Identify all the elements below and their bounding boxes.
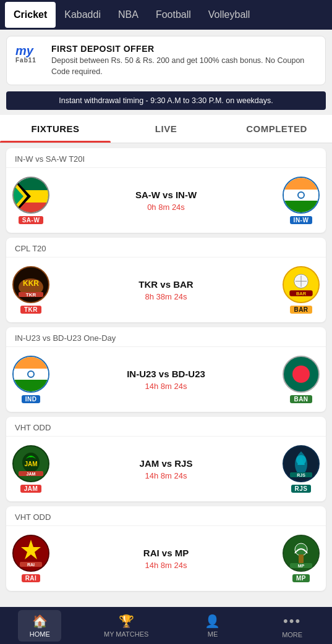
team1-label-4: RAI <box>22 574 41 582</box>
tab-live[interactable]: LIVE <box>111 115 221 143</box>
team1-label-1: TKR <box>20 306 41 314</box>
info-bar: Instant withdrawal timing - 9:30 A.M to … <box>6 91 326 110</box>
team1-badge-4: RAI RAI <box>12 535 49 582</box>
bottom-nav-more[interactable]: ••• MORE <box>271 609 314 642</box>
team2-badge-1: BAR BAR <box>283 266 320 314</box>
match-row-0: SA-W SA-W vs IN-W 0h 8m 24s IN-W <box>6 168 326 233</box>
team2-badge-4: MP MP <box>283 535 320 582</box>
match-title-0: SA-W vs IN-W <box>49 190 283 200</box>
match-info-3: JAM vs RJS 14h 8m 24s <box>49 458 283 480</box>
nav-nba[interactable]: NBA <box>109 2 147 28</box>
team1-badge-3: JAM JAM JAM <box>12 445 49 493</box>
my-matches-label: MY MATCHES <box>104 630 148 638</box>
jam-logo-icon: JAM JAM <box>12 445 49 482</box>
tkr-logo-icon: KKR TKR <box>12 266 49 303</box>
match-info-2: IN-U23 vs BD-U23 14h 8m 24s <box>49 369 283 391</box>
match-card-0[interactable]: IN-W vs SA-W T20I SA-W <box>6 148 326 233</box>
more-label: MORE <box>282 631 302 638</box>
bottom-nav-home[interactable]: 🏠 HOME <box>18 610 61 642</box>
team1-badge-2: IND <box>12 356 49 403</box>
match-title-3: JAM vs RJS <box>49 458 283 469</box>
nav-volleyball[interactable]: Volleyball <box>200 2 259 28</box>
india-flag-2-icon <box>12 356 49 393</box>
match-time-3: 14h 8m 24s <box>49 471 283 480</box>
more-icon: ••• <box>283 613 301 629</box>
team1-badge-0: SA-W <box>12 177 49 224</box>
user-icon: 👤 <box>205 614 220 629</box>
match-tabs: FIXTURES LIVE COMPLETED <box>0 115 332 143</box>
home-icon: 🏠 <box>32 614 48 629</box>
svg-text:RJS: RJS <box>297 473 305 477</box>
main-content: my Fab11 FIRST DEPOSIT OFFER Deposit bet… <box>0 36 332 638</box>
match-time-4: 14h 8m 24s <box>49 561 283 570</box>
match-info-4: RAI vs MP 14h 8m 24s <box>49 548 283 570</box>
svg-text:TKR: TKR <box>26 292 36 298</box>
match-title-4: RAI vs MP <box>49 548 283 558</box>
team2-badge-2: BAN <box>283 356 320 403</box>
match-time-1: 8h 38m 24s <box>49 292 283 301</box>
sa-flag-icon <box>12 177 49 214</box>
team1-label-0: SA-W <box>19 216 44 224</box>
rjs-logo-icon: RJS <box>283 445 320 482</box>
nav-cricket[interactable]: Cricket <box>5 2 56 28</box>
top-navigation: Cricket Kabaddi NBA Football Volleyball <box>0 0 332 30</box>
team2-badge-0: IN-W <box>283 177 320 224</box>
match-card-4[interactable]: VHT ODD RAI RAI RAI vs MP 14h 8m 24s <box>6 506 326 591</box>
svg-text:KKR: KKR <box>23 279 39 288</box>
bar-logo-icon: BAR <box>283 266 320 303</box>
team1-label-3: JAM <box>20 485 42 493</box>
match-info-1: TKR vs BAR 8h 38m 24s <box>49 279 283 301</box>
match-row-2: IND IN-U23 vs BD-U23 14h 8m 24s BAN <box>6 347 326 412</box>
svg-text:RAI: RAI <box>27 562 35 567</box>
bottom-nav-me[interactable]: 👤 ME <box>191 610 234 642</box>
team2-label-4: MP <box>292 574 310 582</box>
tab-completed[interactable]: COMPLETED <box>221 115 332 143</box>
match-row-1: KKR TKR TKR TKR vs BAR 8h 38m 24s <box>6 257 326 322</box>
match-row-3: JAM JAM JAM JAM vs RJS 14h 8m 24s <box>6 437 326 501</box>
match-category-3: VHT ODD <box>6 417 326 437</box>
team2-label-0: IN-W <box>290 216 313 224</box>
match-category-2: IN-U23 vs BD-U23 One-Day <box>6 327 326 347</box>
match-category-1: CPL T20 <box>6 238 326 257</box>
nav-football[interactable]: Football <box>147 2 200 28</box>
match-category-0: IN-W vs SA-W T20I <box>6 148 326 168</box>
match-time-2: 14h 8m 24s <box>49 382 283 391</box>
team2-label-2: BAN <box>290 395 312 403</box>
mp-logo-icon: MP <box>283 535 320 572</box>
tab-fixtures[interactable]: FIXTURES <box>0 115 111 143</box>
svg-text:MP: MP <box>298 564 305 568</box>
trophy-icon: 🏆 <box>119 614 134 629</box>
team2-badge-3: RJS RJS <box>283 445 320 493</box>
match-category-4: VHT ODD <box>6 506 326 526</box>
nav-kabaddi[interactable]: Kabaddi <box>56 2 109 28</box>
banner-title: FIRST DEPOSIT OFFER <box>51 44 317 54</box>
logo-sub: Fab11 <box>15 57 45 64</box>
team1-badge-1: KKR TKR TKR <box>12 266 49 314</box>
match-card-3[interactable]: VHT ODD JAM JAM JAM JAM vs RJS 14h <box>6 417 326 501</box>
match-card-1[interactable]: CPL T20 KKR TKR TKR TKR vs BAR 8h 38m 24… <box>6 238 326 322</box>
ban-flag-icon <box>283 356 320 393</box>
match-row-4: RAI RAI RAI vs MP 14h 8m 24s MP <box>6 526 326 591</box>
bottom-nav-my-matches[interactable]: 🏆 MY MATCHES <box>98 610 155 642</box>
match-info-0: SA-W vs IN-W 0h 8m 24s <box>49 190 283 212</box>
team1-label-2: IND <box>22 395 41 403</box>
svg-text:BAR: BAR <box>296 291 307 296</box>
banner-description: Deposit between Rs. 50 & Rs. 200 and get… <box>51 56 317 77</box>
match-title-2: IN-U23 vs BD-U23 <box>49 369 283 379</box>
match-time-0: 0h 8m 24s <box>49 203 283 212</box>
team2-label-3: RJS <box>291 485 312 493</box>
me-label: ME <box>208 630 218 638</box>
home-label: HOME <box>30 630 50 638</box>
svg-text:JAM: JAM <box>24 461 37 467</box>
team2-label-1: BAR <box>290 306 312 314</box>
rai-logo-icon: RAI <box>12 535 49 572</box>
myfab11-logo: my Fab11 <box>15 44 45 64</box>
india-flag-icon <box>283 177 320 214</box>
svg-text:JAM: JAM <box>27 472 36 476</box>
match-card-2[interactable]: IN-U23 vs BD-U23 One-Day IND IN-U23 vs B… <box>6 327 326 412</box>
svg-rect-35 <box>299 554 304 563</box>
bottom-navigation: 🏠 HOME 🏆 MY MATCHES 👤 ME ••• MORE <box>0 607 332 644</box>
promo-banner[interactable]: my Fab11 FIRST DEPOSIT OFFER Deposit bet… <box>6 36 326 85</box>
match-title-1: TKR vs BAR <box>49 279 283 290</box>
